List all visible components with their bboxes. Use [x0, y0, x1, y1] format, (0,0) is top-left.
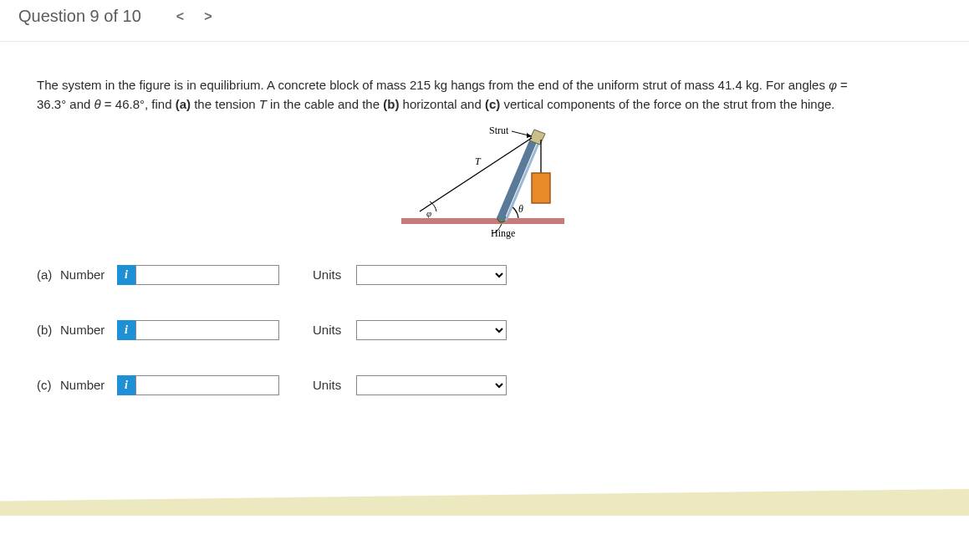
- number-label: Number: [60, 378, 117, 392]
- phi-figure-label: φ: [426, 208, 431, 218]
- answer-a-input[interactable]: [135, 265, 279, 285]
- part-label: (c): [37, 378, 60, 392]
- number-label: Number: [60, 323, 117, 337]
- answer-c-input[interactable]: [135, 375, 279, 395]
- t-figure-label: T: [475, 155, 482, 167]
- part-label: (a): [37, 267, 60, 282]
- number-label: Number: [60, 267, 117, 282]
- info-icon[interactable]: i: [117, 265, 135, 285]
- answers-section: (a) Number i Units (b) Number i Units (c…: [37, 265, 932, 395]
- answer-row-a: (a) Number i Units: [37, 265, 932, 285]
- info-icon[interactable]: i: [117, 375, 135, 395]
- floor: [401, 218, 564, 224]
- strut-diagram-svg: Hinge θ Strut T φ: [393, 123, 577, 240]
- prev-question-button[interactable]: <: [166, 9, 194, 24]
- question-header: Question 9 of 10 < >: [0, 0, 969, 42]
- next-question-button[interactable]: >: [194, 9, 222, 24]
- strut-label: Strut: [489, 125, 509, 136]
- concrete-block: [532, 173, 550, 203]
- hinge-label: Hinge: [491, 227, 515, 239]
- part-b-ref: (b): [383, 97, 399, 111]
- phi-symbol: φ: [829, 78, 837, 92]
- answer-b-units-select[interactable]: [356, 320, 507, 340]
- problem-text-frag: horizontal and: [399, 97, 485, 111]
- answer-row-b: (b) Number i Units: [37, 320, 932, 340]
- answer-c-units-select[interactable]: [356, 375, 507, 395]
- question-title: Question 9 of 10: [18, 7, 141, 26]
- units-label: Units: [313, 267, 356, 282]
- problem-statement: The system in the figure is in equilibri…: [37, 75, 856, 115]
- problem-text-frag: in the cable and the: [267, 97, 383, 111]
- part-a-ref: (a): [176, 97, 191, 111]
- problem-figure: Hinge θ Strut T φ: [37, 123, 932, 240]
- answer-a-units-select[interactable]: [356, 265, 507, 285]
- units-label: Units: [313, 323, 356, 337]
- problem-text-frag: = 46.8°, find: [101, 97, 176, 111]
- question-content: The system in the figure is in equilibri…: [0, 42, 969, 395]
- theta-symbol: θ: [94, 97, 101, 111]
- t-symbol: T: [259, 97, 267, 111]
- units-label: Units: [313, 378, 356, 392]
- answer-b-input[interactable]: [135, 320, 279, 340]
- problem-text-frag: the tension: [191, 97, 259, 111]
- info-icon[interactable]: i: [117, 320, 135, 340]
- answer-row-c: (c) Number i Units: [37, 375, 932, 395]
- part-c-ref: (c): [485, 97, 500, 111]
- theta-figure-label: θ: [518, 203, 523, 215]
- theta-arc: [512, 206, 518, 218]
- problem-text-frag: vertical components of the force on the …: [500, 97, 834, 111]
- part-label: (b): [37, 323, 60, 337]
- problem-text-frag: The system in the figure is in equilibri…: [37, 78, 829, 92]
